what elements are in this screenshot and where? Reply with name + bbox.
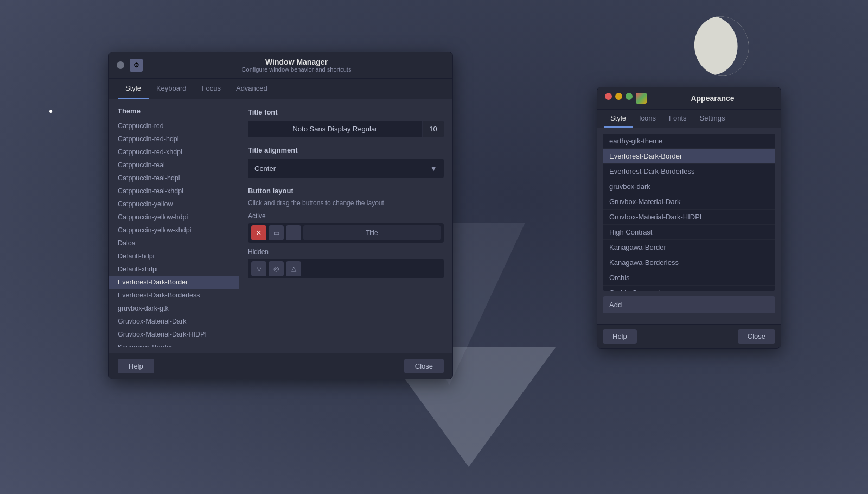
window-manager-dialog: ⚙ Window Manager Configure window behavi…	[108, 52, 453, 379]
alignment-value: Center	[254, 164, 430, 173]
app-tab-fonts[interactable]: Fonts	[662, 110, 693, 128]
theme-item-everforest-dark-border[interactable]: Everforest-Dark-Border	[109, 276, 239, 289]
title-font-label: Title font	[248, 108, 444, 116]
app-theme-earthy[interactable]: earthy-gtk-theme	[603, 134, 775, 149]
moon-decoration	[694, 16, 760, 81]
theme-item-catppuccin-red-hdpi[interactable]: Catppuccin-red-hdpi	[109, 132, 239, 145]
theme-item-gruvbox-material-dark-hidpi[interactable]: Gruvbox-Material-Dark-HIDPI	[109, 328, 239, 341]
app-theme-orchis-compact[interactable]: Orchis-Compact	[603, 286, 775, 291]
tab-keyboard[interactable]: Keyboard	[149, 79, 194, 99]
theme-list-scroll[interactable]: Catppuccin-red Catppuccin-red-hdpi Catpp…	[109, 119, 239, 347]
app-theme-gruvbox-dark[interactable]: gruvbox-dark	[603, 179, 775, 194]
appearance-footer: Help Close	[597, 324, 781, 348]
wm-body: Theme Catppuccin-red Catppuccin-red-hdpi…	[109, 99, 452, 353]
hidden-stick-btn[interactable]: ◎	[269, 261, 284, 276]
active-minimize-btn[interactable]: —	[286, 225, 301, 240]
font-name-display: Noto Sans Display Regular	[248, 121, 422, 137]
app-theme-kanagawa-borderless[interactable]: Kanagawa-Borderless	[603, 255, 775, 270]
app-theme-gruvbox-material-dark[interactable]: Gruvbox-Material-Dark	[603, 194, 775, 210]
appearance-add-button[interactable]: Add	[603, 296, 775, 313]
font-size-display: 10	[422, 121, 444, 137]
theme-item-daloa[interactable]: Daloa	[109, 237, 239, 250]
theme-item-kanagawa-border[interactable]: Kanagawa-Border	[109, 341, 239, 347]
dropdown-arrow-icon: ▼	[430, 164, 437, 173]
traffic-lights	[605, 93, 647, 104]
hidden-label: Hidden	[248, 248, 444, 256]
app-tab-icons[interactable]: Icons	[633, 110, 662, 128]
hidden-shade-btn[interactable]: ▽	[251, 261, 266, 276]
theme-item-catppuccin-yellow-xhdpi[interactable]: Catppuccin-yellow-xhdpi	[109, 224, 239, 237]
theme-list-panel: Theme Catppuccin-red Catppuccin-red-hdpi…	[109, 99, 239, 353]
appearance-body: earthy-gtk-theme Everforest-Dark-Border …	[597, 128, 781, 324]
wm-right-panel: Title font Noto Sans Display Regular 10 …	[239, 99, 452, 353]
appearance-dialog: Appearance Style Icons Fonts Settings ea…	[597, 87, 781, 349]
active-maximize-btn[interactable]: ▭	[269, 225, 284, 240]
wm-titlebar-text: Window Manager Configure window behavior…	[148, 58, 445, 73]
app-theme-gruvbox-material-dark-hidpi[interactable]: Gruvbox-Material-Dark-HIDPI	[603, 210, 775, 225]
font-row: Noto Sans Display Regular 10	[248, 121, 444, 137]
wm-close-button[interactable]	[117, 61, 124, 69]
appearance-titlebar: Appearance	[597, 87, 781, 110]
title-alignment-label: Title alignment	[248, 146, 444, 154]
appearance-theme-list[interactable]: earthy-gtk-theme Everforest-Dark-Border …	[603, 134, 775, 291]
app-theme-everforest-dark-border[interactable]: Everforest-Dark-Border	[603, 149, 775, 164]
wm-footer: Help Close	[109, 353, 452, 379]
theme-item-catppuccin-teal-hdpi[interactable]: Catppuccin-teal-hdpi	[109, 172, 239, 185]
tab-style[interactable]: Style	[118, 79, 149, 99]
appearance-icon	[636, 93, 647, 104]
active-close-btn[interactable]: ✕	[251, 225, 266, 240]
wm-subtitle: Configure window behavior and shortcuts	[148, 66, 445, 73]
theme-item-everforest-dark-borderless[interactable]: Everforest-Dark-Borderless	[109, 289, 239, 302]
theme-item-gruvbox-material-dark[interactable]: Gruvbox-Material-Dark	[109, 315, 239, 328]
wm-icon: ⚙	[130, 59, 143, 72]
app-theme-high-contrast[interactable]: High Contrast	[603, 225, 775, 240]
traffic-light-green[interactable]	[626, 93, 633, 100]
app-theme-everforest-dark-borderless[interactable]: Everforest-Dark-Borderless	[603, 164, 775, 179]
wm-help-button[interactable]: Help	[118, 359, 154, 373]
theme-item-default-hdpi[interactable]: Default-hdpi	[109, 250, 239, 263]
wm-titlebar: ⚙ Window Manager Configure window behavi…	[109, 52, 452, 79]
alignment-dropdown[interactable]: Center ▼	[248, 159, 444, 178]
appearance-help-button[interactable]: Help	[603, 329, 637, 344]
theme-item-gruvbox-dark-gtk[interactable]: gruvbox-dark-gtk	[109, 302, 239, 315]
bullet-point: •	[49, 105, 53, 118]
traffic-light-red[interactable]	[605, 93, 612, 100]
active-button-row: ✕ ▭ — Title	[248, 223, 444, 243]
app-theme-kanagawa-border[interactable]: Kanagawa-Border	[603, 240, 775, 255]
app-tab-style[interactable]: Style	[604, 110, 633, 128]
hidden-above-btn[interactable]: △	[286, 261, 301, 276]
appearance-close-button[interactable]: Close	[738, 329, 775, 344]
wm-close-dialog-button[interactable]: Close	[404, 359, 444, 373]
theme-item-catppuccin-yellow[interactable]: Catppuccin-yellow	[109, 198, 239, 211]
appearance-tabs: Style Icons Fonts Settings	[597, 110, 781, 128]
traffic-light-yellow[interactable]	[615, 93, 622, 100]
tab-advanced[interactable]: Advanced	[228, 79, 275, 99]
active-label: Active	[248, 212, 444, 220]
wm-title: Window Manager	[148, 58, 445, 66]
appearance-title: Appearance	[652, 94, 773, 103]
button-layout-desc: Click and drag the buttons to change the…	[248, 199, 444, 207]
theme-item-catppuccin-red[interactable]: Catppuccin-red	[109, 119, 239, 132]
theme-item-catppuccin-red-xhdpi[interactable]: Catppuccin-red-xhdpi	[109, 145, 239, 159]
theme-section-title: Theme	[109, 105, 239, 119]
tab-focus[interactable]: Focus	[194, 79, 228, 99]
button-layout-label: Button layout	[248, 187, 444, 195]
wm-tabs: Style Keyboard Focus Advanced	[109, 79, 452, 99]
theme-item-catppuccin-teal-xhdpi[interactable]: Catppuccin-teal-xhdpi	[109, 185, 239, 198]
app-tab-settings[interactable]: Settings	[693, 110, 732, 128]
active-title-spacer: Title	[303, 225, 441, 240]
theme-item-default-xhdpi[interactable]: Default-xhdpi	[109, 263, 239, 276]
theme-item-catppuccin-teal[interactable]: Catppuccin-teal	[109, 159, 239, 172]
app-theme-orchis[interactable]: Orchis	[603, 270, 775, 286]
theme-item-catppuccin-yellow-hdpi[interactable]: Catppuccin-yellow-hdpi	[109, 211, 239, 224]
hidden-button-row: ▽ ◎ △	[248, 259, 444, 278]
